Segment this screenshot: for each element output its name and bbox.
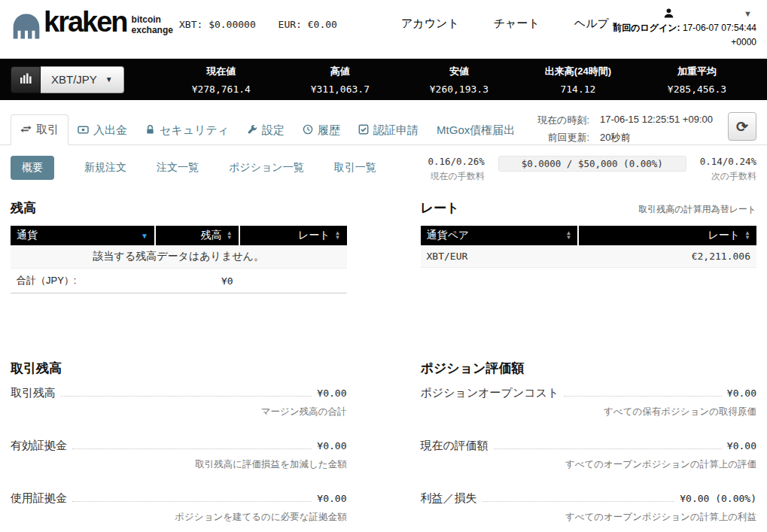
- equity-row: 有効証拠金¥0.00 取引残高に評価損益を加減した金額: [11, 439, 347, 471]
- chevron-down-icon: ▼: [105, 75, 113, 84]
- overview-content: 残高 通貨▼ 残高▲▼ レート▲▼ 該当する残高データはありません。 合計（JP…: [0, 186, 767, 532]
- kraken-logo[interactable]: kraken bitcoin exchange: [11, 8, 173, 44]
- stat-high: 高値¥311,063.7: [281, 65, 400, 95]
- clock-block: 現在の時刻: 17-06-15 12:25:51 +09:00 前回更新: 20…: [537, 114, 713, 144]
- check-square-icon: [358, 124, 369, 137]
- profit-loss-row: 利益／損失¥0.00 (0.00%) すべてのオープンポジションの計算上の利益: [421, 491, 757, 524]
- top-nav: アカウント チャート ヘルプ▼: [401, 17, 619, 31]
- fees-block: 0.16/0.26% 現在の手数料 $0.0000 / $50,000 (0.0…: [428, 156, 756, 183]
- trade-balance-row: 取引残高¥0.00 マージン残高の合計: [11, 386, 347, 418]
- col-pair[interactable]: 通貨ペア▲▼: [421, 226, 579, 245]
- brand-subtitle: bitcoin exchange: [132, 15, 173, 36]
- nav-account[interactable]: アカウント: [401, 17, 459, 31]
- col-currency[interactable]: 通貨▼: [11, 226, 155, 245]
- rates-caption: 取引残高の計算用為替レート: [638, 203, 756, 216]
- rate-pair: XBT/EUR: [421, 245, 579, 268]
- ticker-bar: XBT/JPY▼ 現在値¥278,761.4 高値¥311,063.7 安値¥2…: [0, 59, 767, 100]
- main-tabs: 取引 入出金 セキュリティ 設定 履歴 認証申請 MtGox債権届出 現在の時刻…: [0, 109, 767, 145]
- tab-history[interactable]: 履歴: [294, 116, 349, 145]
- subnav-positions[interactable]: ポジション一覧: [229, 161, 304, 175]
- refresh-button[interactable]: ⟳: [728, 112, 756, 141]
- tab-label: 履歴: [318, 123, 340, 138]
- rates-title: レート: [421, 199, 460, 217]
- tab-security[interactable]: セキュリティ: [136, 116, 238, 145]
- sort-desc-icon: ▼: [141, 232, 148, 240]
- col-rate[interactable]: レート▲▼: [239, 226, 347, 245]
- refresh-icon: ⟳: [736, 118, 748, 135]
- balance-total-row: 合計（JPY）: ¥0: [11, 269, 347, 293]
- user-icon[interactable]: [663, 8, 674, 22]
- stat-last-price: 現在値¥278,761.4: [162, 65, 281, 95]
- subnav-overview[interactable]: 概要: [11, 156, 54, 180]
- subnav-trades[interactable]: 取引一覧: [334, 161, 376, 175]
- chart-button[interactable]: [11, 66, 41, 93]
- sort-icon: ▲▼: [335, 231, 341, 240]
- total-value: ¥0: [155, 269, 239, 293]
- sort-icon: ▲▼: [744, 231, 750, 240]
- nav-charts[interactable]: チャート: [494, 17, 540, 31]
- ticker-stats: 現在値¥278,761.4 高値¥311,063.7 安値¥260,193.3 …: [162, 65, 756, 95]
- tab-label: 認証申請: [373, 123, 419, 138]
- used-margin-row: 使用証拠金¥0.00 ポジションを建てるのに必要な証拠金額: [11, 491, 347, 524]
- balance-section: 残高 通貨▼ 残高▲▼ レート▲▼ 該当する残高データはありません。 合計（JP…: [11, 186, 347, 293]
- current-time: 17-06-15 12:25:51 +09:00: [600, 114, 713, 127]
- rates-section: レート 取引残高の計算用為替レート 通貨ペア▲▼ レート▲▼ XBT/EUR €…: [421, 186, 757, 293]
- rates-table: 通貨ペア▲▼ レート▲▼ XBT/EUR €2,211.006: [421, 226, 757, 268]
- account-mini-balances: XBT: $0.00000 EUR: €0.00: [179, 19, 337, 30]
- trade-balance-title: 取引残高: [11, 360, 347, 377]
- brand-name: kraken: [44, 8, 127, 36]
- eur-balance: €0.00: [308, 19, 337, 30]
- tab-label: セキュリティ: [160, 123, 229, 138]
- sort-icon: ▲▼: [227, 231, 233, 240]
- sort-icon: ▲▼: [565, 231, 571, 240]
- xbt-balance: $0.00000: [208, 19, 256, 30]
- balance-title: 残高: [11, 199, 347, 217]
- tab-label: 取引: [36, 123, 59, 137]
- kraken-mark-icon: [11, 12, 42, 44]
- user-menu-caret-icon[interactable]: ▼: [744, 9, 752, 18]
- lock-icon: [145, 124, 155, 137]
- tab-mtgox[interactable]: MtGox債権届出: [428, 116, 524, 145]
- subnav-new-order[interactable]: 新規注文: [84, 161, 126, 175]
- next-fee: 0.14/0.24% 次の手数料: [700, 156, 756, 183]
- col-balance[interactable]: 残高▲▼: [155, 226, 239, 245]
- fee-volume-progress: $0.0000 / $50,000 (0.00%): [498, 156, 686, 172]
- banknote-icon: [78, 124, 89, 137]
- tab-verification[interactable]: 認証申請: [349, 116, 428, 145]
- last-login: 前回のログイン: 17-06-07 07:54:44 +0000: [612, 21, 756, 49]
- trade-balance-section: 取引残高 取引残高¥0.00 マージン残高の合計 有効証拠金¥0.00 取引残高…: [11, 346, 347, 532]
- col-rate[interactable]: レート▲▼: [578, 226, 756, 245]
- subnav-orders[interactable]: 注文一覧: [157, 161, 199, 175]
- last-update: 20秒前: [600, 131, 713, 144]
- tab-label: 設定: [262, 123, 285, 138]
- tab-settings[interactable]: 設定: [238, 116, 294, 145]
- rate-row: XBT/EUR €2,211.006: [421, 245, 757, 268]
- trade-icon: [20, 123, 32, 136]
- current-valuation-row: 現在の評価額¥0.00 すべてのオープンポジションの計算上の評価: [421, 439, 757, 471]
- positions-title: ポジション評価額: [421, 360, 757, 377]
- balance-table: 通貨▼ 残高▲▼ レート▲▼ 該当する残高データはありません。 合計（JPY）:…: [11, 226, 347, 293]
- stat-vwap: 加重平均¥285,456.3: [638, 65, 756, 95]
- tab-label: MtGox債権届出: [437, 123, 515, 138]
- current-fee: 0.16/0.26% 現在の手数料: [428, 156, 484, 183]
- positions-section: ポジション評価額 ポジションオープンコスト¥0.00 すべての保有ポジションの取…: [421, 346, 757, 532]
- tab-trade[interactable]: 取引: [11, 114, 68, 145]
- empty-balance-row: 該当する残高データはありません。: [11, 245, 347, 269]
- tab-label: 入出金: [93, 123, 127, 138]
- rate-value: €2,211.006: [578, 245, 756, 268]
- clock-icon: [303, 124, 313, 137]
- open-cost-row: ポジションオープンコスト¥0.00 すべての保有ポジションの取得原価: [421, 386, 757, 418]
- stat-low: 安値¥260,193.3: [400, 65, 519, 95]
- wrench-icon: [247, 124, 257, 137]
- tab-funding[interactable]: 入出金: [68, 116, 136, 145]
- pair-selector[interactable]: XBT/JPY▼: [41, 66, 124, 93]
- trade-subnav: 概要 新規注文 注文一覧 ポジション一覧 取引一覧 0.16/0.26% 現在の…: [11, 156, 756, 183]
- stat-volume: 出来高(24時間)714.12: [519, 65, 638, 95]
- top-header: kraken bitcoin exchange XBT: $0.00000 EU…: [0, 0, 767, 59]
- bar-chart-icon: [20, 72, 32, 87]
